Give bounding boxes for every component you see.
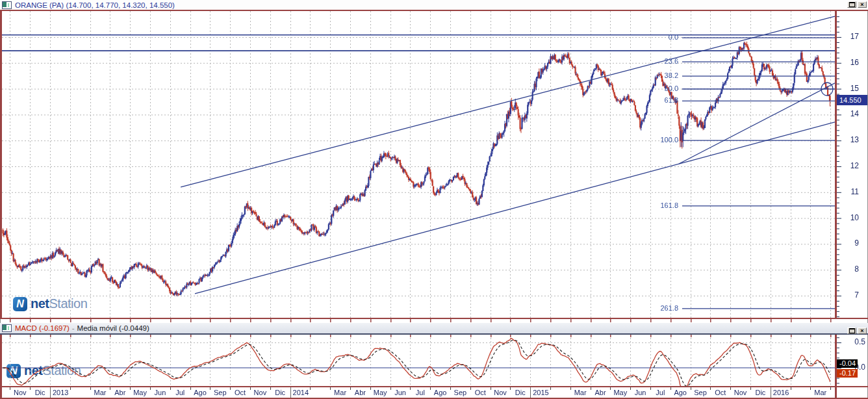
macd-title-separator: - xyxy=(72,324,75,332)
price-tick-label: 16 xyxy=(839,58,859,67)
month-label: Jul xyxy=(410,389,431,396)
signal-value-badge: -0.04 xyxy=(837,359,858,368)
macd-tick-label: 0.5 xyxy=(842,337,865,346)
price-panel-title: ORANGE (PA) (14.700, 14.770, 14.320, 14.… xyxy=(15,1,175,9)
price-tick-label: 7 xyxy=(839,290,859,300)
time-axis[interactable]: NovDic2013MarAbrMayJunJulAgoSepOctNovDic… xyxy=(0,387,868,399)
price-panel-titlebar[interactable]: ORANGE (PA) (14.700, 14.770, 14.320, 14.… xyxy=(0,0,868,10)
month-label: Jun xyxy=(630,389,651,396)
month-label: Abr xyxy=(590,389,611,396)
price-tick-label: 14 xyxy=(839,109,859,118)
price-tick-label: 17 xyxy=(839,32,859,41)
price-tick-label: 10 xyxy=(839,213,859,222)
close-icon: × xyxy=(860,329,863,333)
indicator-icon xyxy=(2,324,12,332)
month-label: Nov xyxy=(10,389,31,396)
year-label: 2013 xyxy=(53,389,68,396)
month-label: Jul xyxy=(170,389,190,396)
maximize-icon xyxy=(849,2,855,7)
price-tick-label: 11 xyxy=(839,187,859,196)
month-label: Mar xyxy=(570,389,591,396)
month-label: Mar xyxy=(90,389,110,396)
month-label: Ago xyxy=(190,389,211,396)
month-label: Dic xyxy=(750,389,771,396)
month-label: Jun xyxy=(149,389,170,396)
chart-type-icon xyxy=(2,1,12,9)
macd-title: MACD (-0.1697) xyxy=(15,324,70,332)
month-label: Mar xyxy=(810,389,831,396)
month-label: Oct xyxy=(230,389,251,396)
year-label: 2015 xyxy=(533,389,548,396)
month-label: May xyxy=(610,389,631,396)
maximize-button[interactable] xyxy=(847,1,856,8)
month-label: Dic xyxy=(270,389,290,396)
macd-close-button[interactable]: × xyxy=(858,328,867,334)
month-label: Ago xyxy=(670,389,691,396)
year-label: 2016 xyxy=(773,389,789,396)
month-label: Oct xyxy=(710,389,731,396)
month-label: Dic xyxy=(30,389,51,396)
close-icon: × xyxy=(860,3,863,7)
macd-maximize-button[interactable] xyxy=(847,328,856,334)
price-tick-label: 12 xyxy=(839,161,859,170)
month-label: Jul xyxy=(650,389,670,396)
macd-signal-title: Media móvil (-0.0449) xyxy=(77,324,149,332)
month-label: Oct xyxy=(470,389,491,396)
price-axis[interactable]: 1716151413121110987 xyxy=(0,11,868,318)
price-tick-label: 8 xyxy=(839,264,859,274)
price-tick-label: 15 xyxy=(839,84,859,93)
month-label: Abr xyxy=(110,389,131,396)
netstation-window: ORANGE (PA) (14.700, 14.770, 14.320, 14.… xyxy=(0,0,868,399)
month-label: Abr xyxy=(350,389,370,396)
macd-panel-titlebar[interactable]: MACD (-0.1697) - Media móvil (-0.0449) xyxy=(0,323,868,333)
month-label: Sep xyxy=(210,389,231,396)
price-tick-label: 9 xyxy=(839,238,859,248)
last-price-badge: 14.550 xyxy=(837,95,867,105)
macd-value-badge: -0.17 xyxy=(837,369,858,378)
month-label: Sep xyxy=(450,389,470,396)
maximize-icon xyxy=(849,328,855,333)
month-label: May xyxy=(370,389,390,396)
month-label: Dic xyxy=(510,389,531,396)
close-button[interactable]: × xyxy=(858,1,867,8)
month-label: Jun xyxy=(390,389,411,396)
month-label: Ago xyxy=(430,389,451,396)
month-label: Mar xyxy=(330,389,351,396)
month-label: Sep xyxy=(690,389,711,396)
month-label: Nov xyxy=(249,389,270,396)
year-label: 2014 xyxy=(293,389,309,396)
macd-axis[interactable]: 0.50.0 xyxy=(0,335,868,386)
month-label: May xyxy=(130,389,151,396)
month-label: Nov xyxy=(730,389,751,396)
price-tick-label: 13 xyxy=(839,135,859,144)
month-label: Nov xyxy=(490,389,511,396)
